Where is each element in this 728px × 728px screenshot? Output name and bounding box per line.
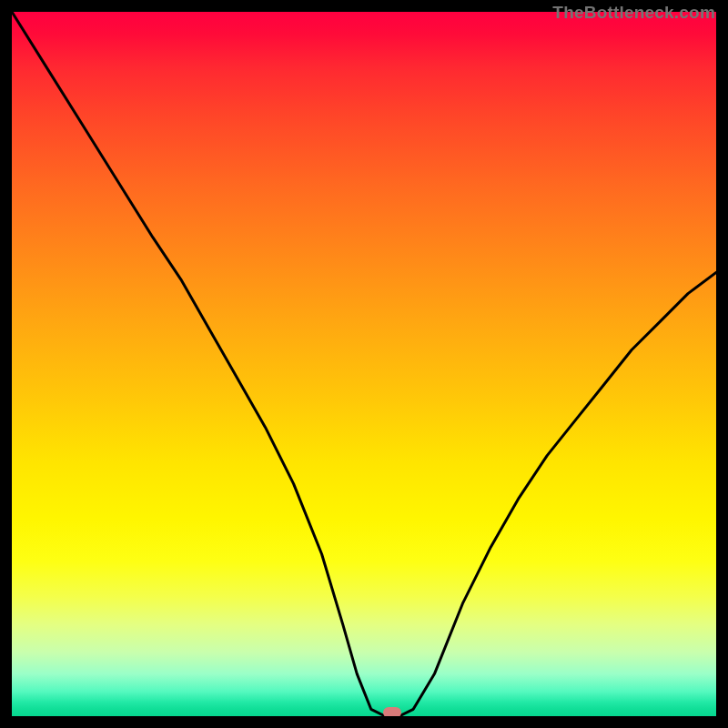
optimal-point-marker xyxy=(383,707,401,716)
bottleneck-curve xyxy=(12,12,716,716)
curve-layer xyxy=(12,12,716,716)
plot-area xyxy=(12,12,716,716)
chart-container: TheBottleneck.com xyxy=(0,0,728,728)
watermark-text: TheBottleneck.com xyxy=(552,3,715,23)
